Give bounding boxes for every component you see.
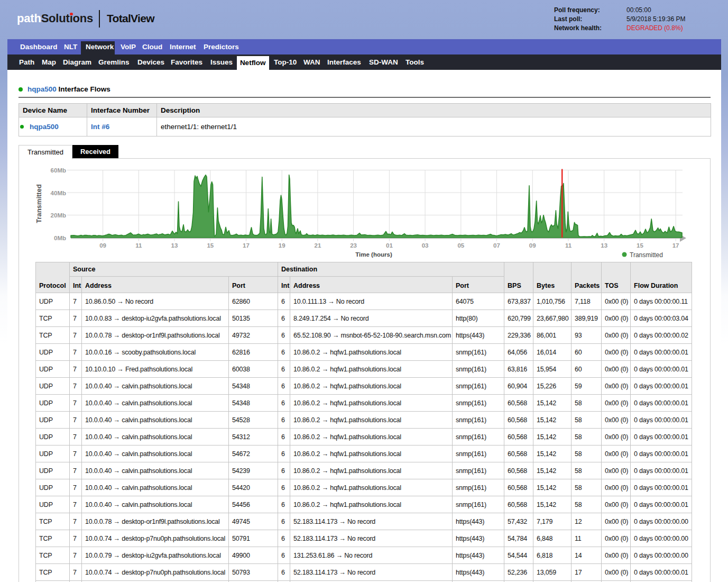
svg-text:13: 13: [171, 242, 178, 249]
svg-text:11: 11: [565, 242, 572, 249]
svg-text:15: 15: [637, 242, 643, 249]
svg-text:23: 23: [350, 242, 357, 249]
svg-text:Transmitted: Transmitted: [35, 184, 43, 223]
svg-text:11: 11: [135, 242, 142, 249]
svg-text:20Mb: 20Mb: [51, 212, 66, 219]
svg-text:Transmitted: Transmitted: [630, 251, 663, 259]
svg-text:13: 13: [601, 242, 607, 249]
svg-text:Time (hours): Time (hours): [355, 251, 392, 258]
svg-text:15: 15: [207, 242, 214, 249]
svg-text:17: 17: [672, 242, 679, 249]
svg-text:17: 17: [243, 242, 250, 249]
svg-text:21: 21: [315, 242, 321, 249]
svg-text:40Mb: 40Mb: [51, 190, 66, 196]
svg-text:01: 01: [386, 242, 393, 249]
svg-text:0Mb: 0Mb: [54, 235, 66, 241]
svg-text:09: 09: [529, 242, 536, 249]
svg-text:03: 03: [422, 242, 429, 249]
svg-text:07: 07: [493, 242, 500, 249]
svg-text:09: 09: [99, 242, 106, 249]
svg-text:19: 19: [279, 242, 285, 249]
svg-text:60Mb: 60Mb: [51, 167, 66, 174]
svg-text:05: 05: [457, 242, 464, 249]
